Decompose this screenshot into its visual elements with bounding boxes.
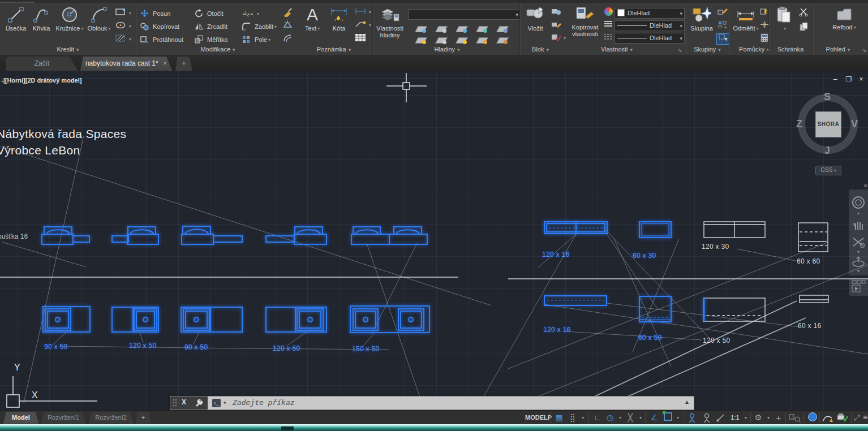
match-properties-button[interactable]: Kopírovat vlastnosti — [569, 6, 601, 37]
layer-edit-icon[interactable] — [437, 24, 446, 33]
paste-button[interactable]: ▾ — [772, 6, 797, 32]
drawing-title-line1[interactable]: Nábytková řada Spaces — [0, 127, 126, 141]
dim-label[interactable]: 150 x 50 — [352, 345, 379, 353]
dynamic-input-icon[interactable] — [715, 412, 725, 423]
grid-display-icon[interactable]: ⣿ — [567, 412, 578, 423]
table-button[interactable] — [354, 33, 367, 44]
panel-label-pohled[interactable]: Pohled▾ — [816, 46, 860, 54]
layer-unlock-icon[interactable] — [478, 36, 487, 44]
navbar-close-icon[interactable]: ✕ — [849, 183, 868, 189]
workspace-flyout-arrow[interactable]: ▾ — [765, 412, 772, 423]
layer-properties-button[interactable]: Vlastnosti hladiny — [375, 6, 405, 38]
dim-label[interactable]: 90 x 50 — [184, 343, 208, 351]
layout-tab-rozvrzeni2[interactable]: Rozvržení2 — [88, 412, 134, 424]
stretch-button[interactable]: Protáhnout — [140, 35, 183, 45]
array-button[interactable]: Pole▾ — [242, 35, 270, 45]
customization-menu-icon[interactable]: ≡ — [861, 412, 868, 423]
lineweight-list-icon[interactable] — [602, 20, 615, 31]
viewcube-west[interactable]: Z — [796, 118, 802, 130]
iso-flyout-arrow[interactable]: ▾ — [637, 412, 644, 423]
layer-match-icon[interactable] — [437, 36, 446, 44]
panel-label-schranka[interactable]: Schránka — [765, 46, 816, 54]
ellipse-tool-button[interactable] — [114, 21, 127, 32]
zoom-extents-icon[interactable] — [849, 235, 868, 249]
block-attributes-flyout-arrow[interactable]: ▾ — [564, 36, 566, 41]
hatch-tool-button[interactable] — [114, 35, 127, 45]
lineweight-dropdown[interactable]: DleHlad▾ — [615, 33, 685, 44]
linetype-list-icon[interactable] — [602, 33, 615, 44]
command-input[interactable]: Zadejte příkaz — [233, 398, 295, 407]
viewcube-wcs-button[interactable]: GSS ▾ — [815, 166, 841, 175]
clipped-annotation-label[interactable]: oušťka 16 — [0, 232, 28, 240]
wall-shelf-120x16-top[interactable] — [544, 222, 607, 234]
minimize-icon[interactable]: – — [831, 75, 840, 83]
dim-label[interactable]: 60 x 16 — [798, 322, 821, 330]
polar-tracking-icon[interactable]: ◷ — [604, 412, 616, 423]
mirror-button[interactable]: Zrcadlit — [195, 21, 227, 32]
dim-label[interactable]: 90 x 50 — [44, 343, 67, 351]
panel-label-poznamka[interactable]: Poznámka▾ — [294, 46, 373, 54]
rectangle-flyout-arrow[interactable]: ▾ — [129, 11, 131, 16]
annotation-visibility-icon[interactable] — [789, 412, 801, 423]
viewcube-north[interactable]: S — [824, 91, 831, 103]
panel-label-blok[interactable]: Blok▾ — [512, 46, 569, 54]
osnap-flyout-arrow[interactable]: ▾ — [674, 412, 681, 423]
grid-flyout-arrow[interactable]: ▾ — [579, 412, 586, 423]
hatch-flyout-arrow[interactable]: ▾ — [129, 37, 131, 42]
layer-prev-icon[interactable] — [498, 36, 508, 44]
arc-button[interactable]: Oblouk▾ — [86, 6, 112, 32]
hardware-acceleration-icon[interactable] — [807, 412, 818, 423]
dim-label[interactable]: 120 x 50 — [129, 342, 156, 350]
layout-tab-rozvrzeni1[interactable]: Rozvržení1 — [41, 412, 86, 424]
group-edit-button[interactable] — [716, 20, 729, 31]
linetype-dropdown[interactable]: DleHlad▾ — [615, 20, 685, 31]
fillet-button[interactable]: Zaoblit▾ — [242, 21, 277, 32]
restore-icon[interactable]: ❐ — [844, 75, 853, 83]
command-close-button[interactable]: X — [182, 398, 186, 406]
dim-label[interactable]: 120 x 30 — [702, 243, 729, 251]
scale-flyout-arrow[interactable]: ▾ — [742, 412, 749, 423]
viewcube-south[interactable]: J — [824, 145, 830, 157]
linear-dim-flyout-arrow[interactable]: ▾ — [369, 10, 371, 15]
osnap-angle-icon[interactable]: ∠ — [648, 412, 660, 423]
dim-label[interactable]: 60 x 30 — [633, 252, 656, 260]
leader-flyout-arrow[interactable]: ▾ — [369, 23, 371, 28]
text-button[interactable]: A Text▾ — [300, 6, 325, 32]
command-line-bar[interactable]: X ›_ ▾ Zadejte příkaz ▲ — [170, 396, 694, 410]
dim-label[interactable]: 60 x 50 — [638, 334, 661, 342]
cabinet-2[interactable] — [112, 307, 158, 332]
drawing-canvas[interactable]: -|[Horní][2D drátový model] – ❐ × Nábytk… — [0, 71, 868, 410]
ungroup-button[interactable] — [716, 7, 729, 18]
file-tab-start[interactable]: Začít — [6, 57, 78, 71]
annotation-monitor-icon[interactable]: + — [773, 412, 784, 423]
navbar-flyout-arrow[interactable]: ▾ — [849, 211, 868, 216]
modelp-button[interactable]: MODELP — [525, 412, 548, 423]
cut-button[interactable] — [798, 7, 810, 18]
isometric-drafting-icon[interactable]: ╳ — [625, 412, 636, 423]
windows-taskbar-edge[interactable] — [0, 424, 868, 431]
circle-button[interactable]: Kružnice▾ — [54, 6, 85, 32]
object-snap-tracking-icon[interactable] — [702, 412, 712, 423]
customize-wrench-icon[interactable] — [194, 399, 203, 408]
panel-label-vlastnosti[interactable]: Vlastnosti▾ — [583, 46, 651, 54]
layer-on-icon[interactable] — [416, 36, 426, 44]
box-60x30[interactable] — [639, 222, 671, 238]
zoom-flyout-arrow[interactable]: ▾ — [849, 249, 868, 255]
group-selection-toggle[interactable] — [716, 33, 730, 45]
orbit-flyout-arrow[interactable]: ▾ — [849, 269, 868, 274]
command-line-grip[interactable]: X — [170, 396, 208, 410]
base-point-button[interactable]: Refbod▾ — [822, 6, 867, 31]
viewcube-east[interactable]: V — [851, 118, 858, 130]
cabinet-5[interactable] — [350, 306, 429, 333]
cabinet-3[interactable] — [181, 307, 242, 332]
isolate-objects-icon[interactable] — [822, 412, 834, 423]
insert-block-button[interactable]: Vložit — [523, 6, 548, 32]
dim-label[interactable]: 120 x 50 — [703, 337, 730, 344]
cabinet-4[interactable] — [266, 307, 326, 332]
panel-label-modifikace[interactable]: Modifikace▾ — [170, 46, 266, 54]
plot-check-icon[interactable] — [836, 412, 849, 423]
copy-button[interactable]: Kopírovat — [140, 21, 179, 32]
shelf-unit-2[interactable] — [112, 227, 158, 244]
shelf-unit-1[interactable] — [42, 227, 89, 244]
steering-wheel-icon[interactable] — [849, 195, 868, 210]
